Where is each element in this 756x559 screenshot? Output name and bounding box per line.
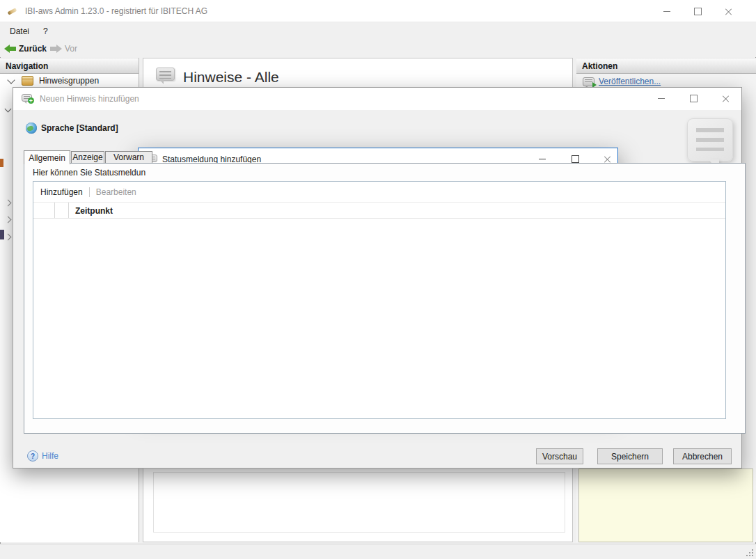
back-button[interactable]: Zurück xyxy=(4,44,47,54)
tree-item-label: Hinweisgruppen xyxy=(39,76,99,86)
note-preview-panel xyxy=(578,469,753,542)
back-arrow-icon xyxy=(4,45,16,53)
tree-icon-sliver xyxy=(0,159,3,167)
tab-vorwarn[interactable]: Vorwarn xyxy=(105,151,152,164)
column-zeitpunkt[interactable]: Zeitpunkt xyxy=(75,203,113,219)
page-title: Hinweise - Alle xyxy=(183,69,279,86)
group-box-icon xyxy=(22,76,33,86)
minimize-button[interactable] xyxy=(652,0,682,22)
tab-anzeige[interactable]: Anzeige xyxy=(71,151,104,164)
menu-datei[interactable]: Datei xyxy=(6,22,33,40)
notice-add-icon: + xyxy=(22,94,32,102)
list-add-button[interactable]: Hinzufügen xyxy=(40,187,83,197)
globe-icon xyxy=(26,123,37,134)
forward-button[interactable]: Vor xyxy=(50,44,77,54)
expander-right-icon[interactable] xyxy=(5,200,12,207)
list-placeholder xyxy=(153,472,565,533)
expander-down-icon[interactable] xyxy=(5,106,12,113)
notice-bubble-icon xyxy=(156,68,175,81)
sidebar-item-hinweisgruppen[interactable]: Hinweisgruppen xyxy=(0,73,139,88)
dialog-add-notice: + Neuen Hinweis hinzufügen Sprache [Stan… xyxy=(13,87,742,469)
expander-right-icon[interactable] xyxy=(5,234,12,241)
cancel-button[interactable]: Abbrechen xyxy=(673,448,732,464)
close-icon xyxy=(725,8,732,15)
main-titlebar: IBI-aws Admin 1.23.0 - registriert für I… xyxy=(0,0,756,22)
minimize-icon xyxy=(663,11,670,12)
close-button[interactable] xyxy=(711,88,739,109)
maximize-icon xyxy=(694,8,702,15)
menubar xyxy=(0,22,756,40)
menu-help[interactable]: ? xyxy=(39,22,52,40)
forward-arrow-icon xyxy=(50,45,62,53)
close-icon xyxy=(722,95,730,102)
plus-badge-icon: + xyxy=(28,97,34,104)
tab-allgemein[interactable]: Allgemein xyxy=(24,150,70,164)
list-toolbar: Hinzufügen Bearbeiten xyxy=(33,182,725,203)
minimize-button[interactable] xyxy=(647,88,675,109)
minimize-icon xyxy=(539,159,546,159)
main-window-title: IBI-aws Admin 1.23.0 - registriert für I… xyxy=(25,0,207,22)
status-message-list: Hinzufügen Bearbeiten Zeitpunkt xyxy=(33,181,726,419)
list-edit-button[interactable]: Bearbeiten xyxy=(96,187,136,197)
app-icon xyxy=(8,6,18,16)
tab-content-panel: Hier können Sie Statusmeldun Hinzufügen … xyxy=(24,163,746,434)
tree-icon-sliver xyxy=(0,230,4,239)
app-window: IBI-aws Admin 1.23.0 - registriert für I… xyxy=(0,0,756,559)
publish-bubble-icon xyxy=(583,77,594,86)
save-button[interactable]: Speichern xyxy=(597,448,663,464)
help-link[interactable]: ? Hilfe xyxy=(27,450,58,462)
list-column-header-row: Zeitpunkt xyxy=(33,203,725,219)
close-button[interactable] xyxy=(713,0,743,22)
toolbar-separator xyxy=(89,187,90,197)
navigation-header: Navigation xyxy=(0,58,139,74)
dialog1-titlebar: + Neuen Hinweis hinzufügen xyxy=(13,88,741,110)
maximize-icon xyxy=(572,155,579,163)
dialog1-title: Neuen Hinweis hinzufügen xyxy=(40,88,139,110)
watermark-bubble-icon xyxy=(687,118,733,162)
publish-link[interactable]: Veröffentlichen... xyxy=(583,77,661,86)
expander-right-icon[interactable] xyxy=(5,216,12,223)
maximize-button[interactable] xyxy=(682,0,713,22)
hint-text: Hier können Sie Statusmeldun xyxy=(33,168,450,178)
maximize-icon xyxy=(690,95,698,102)
statusbar xyxy=(0,544,756,559)
minimize-icon xyxy=(658,98,665,99)
toolbar xyxy=(0,40,756,57)
maximize-button[interactable] xyxy=(679,88,707,109)
expander-down-icon[interactable] xyxy=(7,76,15,84)
actions-header: Aktionen xyxy=(576,58,756,74)
resize-grip[interactable] xyxy=(746,549,754,557)
close-icon xyxy=(604,155,611,163)
help-icon: ? xyxy=(27,450,38,462)
language-selector[interactable]: Sprache [Standard] xyxy=(26,123,118,134)
preview-button[interactable]: Vorschau xyxy=(536,448,583,464)
